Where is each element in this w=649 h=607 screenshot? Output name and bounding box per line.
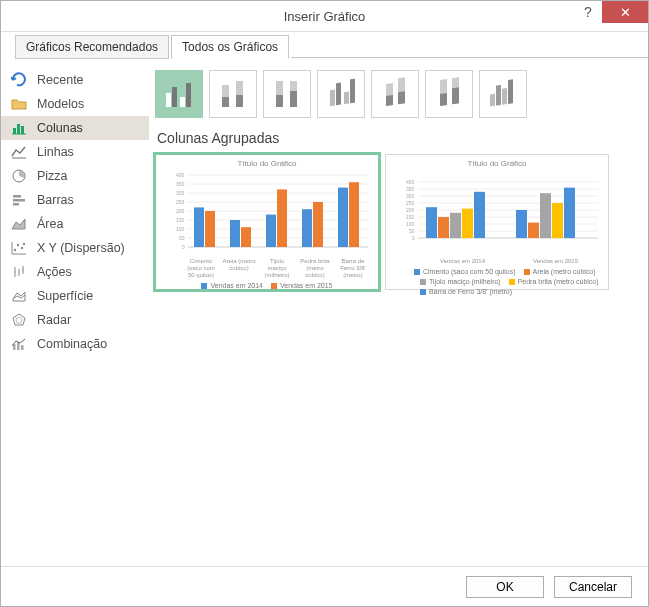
svg-point-9	[14, 249, 16, 251]
svg-rect-27	[172, 87, 177, 107]
sidebar-item-label: Superfície	[37, 289, 93, 303]
preview-title: Título do Gráfico	[162, 159, 372, 169]
subtype-clustered-column[interactable]	[155, 70, 203, 118]
svg-rect-51	[496, 85, 501, 106]
sidebar-item-radar[interactable]: Radar	[1, 308, 149, 332]
combo-chart-icon	[11, 336, 27, 352]
svg-rect-77	[277, 189, 287, 247]
subtype-title: Colunas Agrupadas	[157, 130, 634, 146]
sidebar-item-templates[interactable]: Modelos	[1, 92, 149, 116]
preview-title: Título do Gráfico	[392, 159, 602, 169]
svg-rect-41	[350, 79, 355, 104]
svg-rect-6	[13, 195, 21, 198]
svg-text:350: 350	[406, 186, 415, 192]
sidebar-item-label: Radar	[37, 313, 71, 327]
svg-text:200: 200	[176, 208, 185, 214]
dialog-title: Inserir Gráfico	[1, 9, 648, 24]
svg-text:150: 150	[176, 217, 185, 223]
tab-recommended-charts[interactable]: Gráficos Recomendados	[15, 35, 169, 59]
svg-rect-40	[344, 91, 349, 104]
column-chart-icon	[11, 120, 27, 136]
tab-strip: Gráficos Recomendados Todos os Gráficos	[1, 32, 648, 58]
chart-preview-1[interactable]: Título do Gráfico 4003503002502001501005…	[155, 154, 379, 290]
chart-category-sidebar: Recente Modelos Colunas Linhas Pizza Bar…	[1, 58, 149, 566]
svg-rect-49	[452, 87, 459, 104]
svg-text:200: 200	[406, 207, 415, 213]
svg-text:100: 100	[406, 221, 415, 227]
svg-rect-1	[17, 124, 20, 134]
svg-rect-47	[440, 93, 447, 106]
sidebar-item-lines[interactable]: Linhas	[1, 140, 149, 164]
svg-text:0: 0	[182, 244, 185, 250]
chart-preview-row: Título do Gráfico 4003503002502001501005…	[155, 154, 634, 290]
insert-chart-dialog: Inserir Gráfico ? ✕ Gráficos Recomendado…	[0, 0, 649, 607]
sidebar-item-area[interactable]: Área	[1, 212, 149, 236]
svg-rect-43	[386, 95, 393, 106]
bar-chart-icon	[11, 192, 27, 208]
sidebar-item-label: Colunas	[37, 121, 83, 135]
svg-text:350: 350	[176, 181, 185, 187]
svg-rect-72	[194, 207, 204, 247]
subtype-3d-100-stacked-column[interactable]	[425, 70, 473, 118]
sidebar-item-pie[interactable]: Pizza	[1, 164, 149, 188]
preview-x-labels-b: Vendas em 2014 Vendas em 2015	[392, 258, 602, 265]
sidebar-item-label: Combinação	[37, 337, 107, 351]
svg-text:400: 400	[176, 172, 185, 178]
svg-rect-108	[552, 203, 563, 238]
radar-chart-icon	[11, 312, 27, 328]
svg-rect-73	[205, 211, 215, 247]
sidebar-item-recent[interactable]: Recente	[1, 68, 149, 92]
stock-chart-icon	[11, 264, 27, 280]
svg-rect-104	[474, 192, 485, 238]
sidebar-item-columns[interactable]: Colunas	[1, 116, 149, 140]
preview-plot-1: 400350300250200150100500	[162, 169, 372, 255]
sidebar-item-label: Pizza	[37, 169, 68, 183]
chart-preview-2[interactable]: Título do Gráfico 4003503002502001501005…	[385, 154, 609, 290]
help-button[interactable]: ?	[574, 1, 602, 23]
sidebar-item-stock[interactable]: Ações	[1, 260, 149, 284]
subtype-3d-column[interactable]	[479, 70, 527, 118]
svg-text:400: 400	[406, 179, 415, 185]
svg-text:0: 0	[412, 235, 415, 241]
sidebar-item-scatter[interactable]: X Y (Dispersão)	[1, 236, 149, 260]
close-button[interactable]: ✕	[602, 1, 648, 23]
svg-point-11	[21, 247, 23, 249]
svg-text:250: 250	[406, 200, 415, 206]
svg-rect-24	[17, 342, 20, 350]
subtype-3d-stacked-column[interactable]	[371, 70, 419, 118]
svg-rect-102	[450, 213, 461, 238]
svg-rect-105	[516, 210, 527, 238]
cancel-button[interactable]: Cancelar	[554, 576, 632, 598]
svg-text:50: 50	[409, 228, 415, 234]
svg-point-10	[17, 244, 19, 246]
subtype-3d-clustered-column[interactable]	[317, 70, 365, 118]
svg-rect-8	[13, 203, 19, 206]
svg-rect-45	[398, 91, 405, 104]
sidebar-item-label: X Y (Dispersão)	[37, 241, 125, 255]
svg-marker-22	[16, 317, 22, 323]
svg-rect-53	[508, 79, 513, 104]
svg-text:100: 100	[176, 226, 185, 232]
svg-rect-107	[540, 193, 551, 238]
svg-rect-76	[266, 215, 276, 247]
chart-subtype-row	[155, 70, 634, 118]
svg-rect-37	[290, 91, 297, 107]
svg-text:300: 300	[176, 190, 185, 196]
subtype-stacked-column[interactable]	[209, 70, 257, 118]
svg-point-12	[23, 243, 25, 245]
preview-plot-2: 400350300250200150100500	[392, 169, 602, 255]
dialog-footer: OK Cancelar	[1, 566, 648, 606]
sidebar-item-surface[interactable]: Superfície	[1, 284, 149, 308]
tab-all-charts[interactable]: Todos os Gráficos	[171, 35, 289, 59]
sidebar-item-bars[interactable]: Barras	[1, 188, 149, 212]
svg-rect-31	[222, 97, 229, 107]
svg-rect-75	[241, 227, 251, 247]
line-chart-icon	[11, 144, 27, 160]
folder-icon	[11, 96, 27, 112]
svg-rect-25	[21, 345, 24, 350]
svg-rect-7	[13, 199, 25, 202]
subtype-100-stacked-column[interactable]	[263, 70, 311, 118]
sidebar-item-combo[interactable]: Combinação	[1, 332, 149, 356]
ok-button[interactable]: OK	[466, 576, 544, 598]
svg-rect-39	[336, 83, 341, 106]
